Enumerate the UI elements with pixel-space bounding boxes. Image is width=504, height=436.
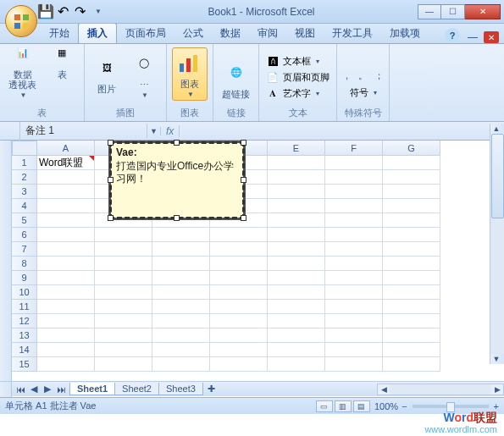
cell[interactable]	[37, 257, 95, 271]
resize-handle[interactable]	[174, 140, 180, 146]
cell[interactable]	[383, 228, 440, 242]
rowhdr-10[interactable]: 10	[12, 285, 37, 300]
rowhdr-15[interactable]: 15	[12, 357, 37, 372]
view-pagebreak-icon[interactable]: ▤	[353, 400, 370, 412]
cell[interactable]	[210, 314, 268, 328]
undo-icon[interactable]: ↶	[56, 5, 69, 19]
rowhdr-5[interactable]: 5	[12, 213, 37, 228]
rowhdr-13[interactable]: 13	[12, 328, 37, 343]
cell[interactable]	[37, 300, 95, 314]
cell[interactable]	[325, 213, 383, 228]
cell[interactable]	[383, 185, 440, 199]
cell[interactable]	[95, 328, 152, 343]
textbox-button[interactable]: 🅰文本框▾	[264, 54, 331, 69]
cell[interactable]	[95, 300, 152, 314]
cell[interactable]	[210, 300, 268, 314]
horizontal-scrollbar[interactable]: ◀ ▶	[377, 384, 504, 395]
cell[interactable]	[325, 271, 383, 285]
workbook-close-icon[interactable]: ✕	[484, 31, 499, 43]
help-icon[interactable]: ?	[445, 28, 460, 43]
cell[interactable]	[325, 242, 383, 257]
prev-sheet-icon[interactable]: ◀	[27, 383, 41, 396]
cell[interactable]	[268, 170, 325, 185]
cell[interactable]	[152, 300, 210, 314]
chart-button[interactable]: 图表 ▼	[172, 47, 208, 101]
cell[interactable]	[325, 228, 383, 242]
headerfooter-button[interactable]: 📄页眉和页脚	[264, 70, 331, 85]
sheet-tab-1[interactable]: Sheet1	[69, 383, 115, 395]
rowhdr-4[interactable]: 4	[12, 199, 37, 213]
resize-handle[interactable]	[108, 140, 114, 146]
last-sheet-icon[interactable]: ⏭	[54, 383, 68, 396]
tab-formulas[interactable]: 公式	[174, 24, 212, 43]
cell[interactable]	[268, 328, 325, 343]
cell[interactable]	[383, 357, 440, 372]
cell[interactable]	[383, 328, 440, 343]
cell[interactable]	[383, 170, 440, 185]
cell[interactable]	[37, 199, 95, 213]
cell[interactable]	[152, 257, 210, 271]
scroll-down-icon[interactable]: ▼	[490, 354, 502, 364]
period-icon[interactable]: 。	[358, 69, 368, 82]
scroll-up-icon[interactable]: ▲	[490, 124, 502, 134]
resize-handle[interactable]	[174, 215, 180, 221]
office-button[interactable]	[5, 5, 37, 37]
tab-view[interactable]: 视图	[286, 24, 324, 43]
cell[interactable]	[268, 271, 325, 285]
cell[interactable]	[37, 343, 95, 357]
rowhdr-7[interactable]: 7	[12, 242, 37, 257]
rowhdr-11[interactable]: 11	[12, 300, 37, 314]
cell[interactable]	[210, 285, 268, 300]
cell[interactable]	[37, 328, 95, 343]
rowhdr-14[interactable]: 14	[12, 343, 37, 357]
cell[interactable]	[268, 213, 325, 228]
qat-more-icon[interactable]: ▼	[91, 5, 105, 19]
save-icon[interactable]: 💾	[39, 5, 53, 19]
comment-body[interactable]: 打造国内专业Office办公学习网！	[116, 160, 234, 185]
rowhdr-1[interactable]: 1	[12, 156, 37, 170]
cell[interactable]	[210, 257, 268, 271]
cell[interactable]	[268, 300, 325, 314]
col-G[interactable]: G	[383, 141, 440, 156]
cell[interactable]	[37, 271, 95, 285]
cell[interactable]	[268, 343, 325, 357]
maximize-button[interactable]: ☐	[441, 4, 465, 19]
cell[interactable]	[383, 343, 440, 357]
cell[interactable]	[268, 228, 325, 242]
cell[interactable]	[95, 242, 152, 257]
cell[interactable]	[152, 328, 210, 343]
cell[interactable]	[95, 357, 152, 372]
cell[interactable]	[383, 156, 440, 170]
cell[interactable]	[268, 156, 325, 170]
cell[interactable]	[210, 228, 268, 242]
first-sheet-icon[interactable]: ⏮	[14, 383, 27, 396]
cell[interactable]	[383, 199, 440, 213]
workbook-minimize-icon[interactable]: —	[465, 31, 480, 43]
rowhdr-3[interactable]: 3	[12, 185, 37, 199]
cell[interactable]	[325, 343, 383, 357]
col-E[interactable]: E	[268, 141, 325, 156]
comma-icon[interactable]: ，	[342, 69, 352, 82]
minimize-button[interactable]: —	[418, 4, 441, 19]
cell[interactable]	[37, 213, 95, 228]
pivottable-button[interactable]: 📊 数据 透视表 ▼	[5, 39, 40, 101]
resize-handle[interactable]	[108, 177, 114, 183]
cell[interactable]	[268, 357, 325, 372]
semicolon-icon[interactable]: ；	[374, 69, 384, 82]
zoom-slider[interactable]	[413, 405, 489, 408]
cell[interactable]	[383, 213, 440, 228]
hyperlink-button[interactable]: 🌐 超链接	[219, 58, 253, 101]
tab-addins[interactable]: 加载项	[381, 24, 429, 43]
cell[interactable]	[268, 314, 325, 328]
cell[interactable]	[37, 357, 95, 372]
cell[interactable]	[383, 285, 440, 300]
resize-handle[interactable]	[108, 215, 114, 221]
tab-developer[interactable]: 开发工具	[324, 24, 381, 43]
cell[interactable]	[152, 242, 210, 257]
sheet-tab-3[interactable]: Sheet3	[158, 383, 203, 395]
cell[interactable]	[210, 242, 268, 257]
cell[interactable]	[268, 185, 325, 199]
cell[interactable]	[95, 228, 152, 242]
zoom-value[interactable]: 100%	[374, 401, 398, 411]
cell[interactable]	[152, 357, 210, 372]
